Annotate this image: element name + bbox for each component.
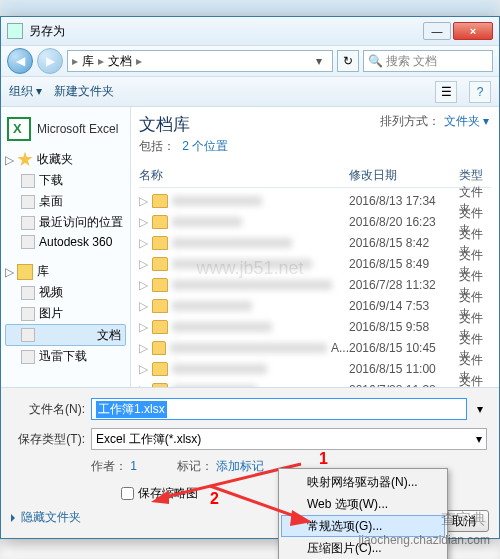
organize-button[interactable]: 组织 ▾ bbox=[9, 83, 42, 100]
folder-icon bbox=[152, 194, 168, 208]
file-name-blurred bbox=[172, 196, 262, 206]
sidebar-item-label: 图片 bbox=[39, 305, 63, 322]
chevron-right-icon: ▸ bbox=[72, 54, 78, 68]
refresh-button[interactable]: ↻ bbox=[337, 50, 359, 72]
menu-item-compress-pictures[interactable]: 压缩图片(C)... bbox=[281, 537, 445, 559]
sort-label: 排列方式： bbox=[380, 114, 440, 128]
library-locations-link[interactable]: 2 个位置 bbox=[182, 139, 228, 153]
nav-forward-button[interactable]: ▶ bbox=[37, 48, 63, 74]
sidebar-app-label: Microsoft Excel bbox=[37, 122, 118, 136]
sidebar-group-libraries[interactable]: ▷ 库 bbox=[5, 263, 126, 280]
folder-icon bbox=[152, 278, 168, 292]
table-row[interactable]: ▷2016/9/14 7:53文件夹 bbox=[139, 295, 491, 316]
sidebar-item[interactable]: 桌面 bbox=[5, 191, 126, 212]
caret-icon: ▷ bbox=[139, 362, 148, 376]
breadcrumb[interactable]: 文档 bbox=[108, 53, 132, 70]
file-name-blurred bbox=[172, 322, 272, 332]
table-row[interactable]: ▷2016/8/15 8:49文件夹 bbox=[139, 253, 491, 274]
filename-input[interactable]: 工作簿1.xlsx bbox=[91, 398, 467, 420]
sort-control[interactable]: 排列方式： 文件夹 ▾ bbox=[380, 113, 489, 130]
file-date: 2016/8/20 16:23 bbox=[349, 215, 459, 229]
dropdown-icon[interactable]: ▾ bbox=[473, 402, 487, 416]
sidebar-item-label: 最近访问的位置 bbox=[39, 214, 123, 231]
table-row[interactable]: ▷2016/8/15 11:00文件夹 bbox=[139, 358, 491, 379]
address-dropdown-icon[interactable]: ▾ bbox=[310, 54, 328, 68]
folder-icon bbox=[21, 350, 35, 364]
file-name-blurred bbox=[172, 259, 312, 269]
minimize-button[interactable]: — bbox=[423, 22, 451, 40]
sidebar-item[interactable]: Autodesk 360 bbox=[5, 233, 126, 251]
file-name-blurred bbox=[172, 238, 292, 248]
dialog-icon bbox=[7, 23, 23, 39]
new-folder-button[interactable]: 新建文件夹 bbox=[54, 83, 114, 100]
file-date: 2016/7/28 11:32 bbox=[349, 278, 459, 292]
sidebar-item[interactable]: 图片 bbox=[5, 303, 126, 324]
hide-folders-button[interactable]: 隐藏文件夹 bbox=[11, 509, 81, 526]
column-headers: 名称 修改日期 类型 bbox=[139, 167, 491, 188]
folder-icon bbox=[21, 235, 35, 249]
folder-icon bbox=[152, 299, 168, 313]
dropdown-icon: ▾ bbox=[476, 432, 482, 446]
sidebar-app[interactable]: Microsoft Excel bbox=[7, 117, 124, 141]
sidebar-item[interactable]: 下载 bbox=[5, 170, 126, 191]
savetype-label: 保存类型(T): bbox=[13, 431, 85, 448]
file-date: 2016/8/15 10:45 bbox=[349, 341, 459, 355]
folder-icon bbox=[152, 215, 168, 229]
library-subtitle: 包括： 2 个位置 bbox=[139, 138, 491, 155]
file-date: 2016/8/15 8:49 bbox=[349, 257, 459, 271]
sidebar-item[interactable]: 最近访问的位置 bbox=[5, 212, 126, 233]
save-as-dialog: 另存为 — × ◀ ▶ ▸ 库 ▸ 文档 ▸ ▾ ↻ 🔍 搜索 文档 组织 ▾ … bbox=[0, 16, 500, 539]
caret-icon bbox=[11, 514, 19, 522]
table-row[interactable]: ▷2016/8/15 8:42文件夹 bbox=[139, 232, 491, 253]
caret-icon: ▷ bbox=[139, 341, 148, 355]
table-row[interactable]: ▷2016/8/13 17:34文件夹 bbox=[139, 190, 491, 211]
file-date: 2016/8/15 11:00 bbox=[349, 362, 459, 376]
sidebar-item-label: 文档 bbox=[97, 327, 121, 344]
column-date[interactable]: 修改日期 bbox=[349, 167, 459, 184]
sort-value[interactable]: 文件夹 ▾ bbox=[444, 114, 489, 128]
savetype-select[interactable]: Excel 工作簿(*.xlsx) ▾ bbox=[91, 428, 487, 450]
sidebar-item-label: 视频 bbox=[39, 284, 63, 301]
caret-icon: ▷ bbox=[139, 236, 148, 250]
address-bar[interactable]: ▸ 库 ▸ 文档 ▸ ▾ bbox=[67, 50, 333, 72]
search-placeholder: 搜索 文档 bbox=[386, 53, 437, 70]
sidebar-item[interactable]: 文档 bbox=[5, 324, 126, 346]
table-row[interactable]: ▷A...2016/8/15 10:45文件夹 bbox=[139, 337, 491, 358]
caret-icon: ▷ bbox=[139, 215, 148, 229]
table-row[interactable]: ▷2016/7/28 11:32文件夹 bbox=[139, 274, 491, 295]
help-button[interactable]: ? bbox=[469, 81, 491, 103]
sidebar-item[interactable]: 迅雷下载 bbox=[5, 346, 126, 367]
sidebar-item[interactable]: 视频 bbox=[5, 282, 126, 303]
column-type[interactable]: 类型 bbox=[459, 167, 491, 184]
caret-icon: ▷ bbox=[139, 278, 148, 292]
svg-marker-3 bbox=[290, 510, 312, 526]
sidebar-group-label: 收藏夹 bbox=[37, 151, 73, 168]
file-name-blurred bbox=[172, 301, 252, 311]
column-name[interactable]: 名称 bbox=[139, 167, 349, 184]
file-date: 2016/8/13 17:34 bbox=[349, 194, 459, 208]
excel-icon bbox=[7, 117, 31, 141]
table-row[interactable]: ▷2016/8/15 9:58文件夹 bbox=[139, 316, 491, 337]
view-options-button[interactable]: ☰ bbox=[435, 81, 457, 103]
table-row[interactable]: ▷2016/8/20 16:23文件夹 bbox=[139, 211, 491, 232]
svg-line-2 bbox=[210, 486, 300, 518]
nav-back-button[interactable]: ◀ bbox=[7, 48, 33, 74]
author-label: 作者： bbox=[91, 459, 127, 473]
folder-icon bbox=[21, 307, 35, 321]
file-name-blurred bbox=[172, 364, 267, 374]
filename-label: 文件名(N): bbox=[13, 401, 85, 418]
chevron-right-icon: ▸ bbox=[98, 54, 104, 68]
close-button[interactable]: × bbox=[453, 22, 493, 40]
file-list: ▷2016/8/13 17:34文件夹▷2016/8/20 16:23文件夹▷2… bbox=[139, 190, 491, 387]
file-name-blurred bbox=[170, 343, 327, 353]
table-row[interactable]: ▷2016/7/28 11:32文件夹 bbox=[139, 379, 491, 387]
folder-icon bbox=[21, 195, 35, 209]
caret-icon: ▷ bbox=[139, 194, 148, 208]
sidebar-group-label: 库 bbox=[37, 263, 49, 280]
search-input[interactable]: 🔍 搜索 文档 bbox=[363, 50, 493, 72]
hide-folders-label: 隐藏文件夹 bbox=[21, 509, 81, 526]
checkbox-input[interactable] bbox=[121, 487, 134, 500]
breadcrumb[interactable]: 库 bbox=[82, 53, 94, 70]
sidebar-group-favorites[interactable]: ▷ 收藏夹 bbox=[5, 151, 126, 168]
author-value[interactable]: 1 bbox=[130, 459, 137, 473]
